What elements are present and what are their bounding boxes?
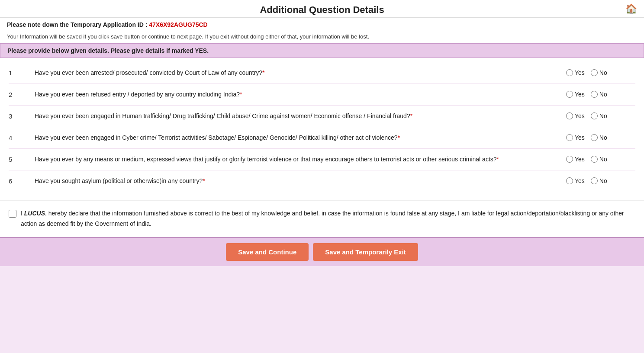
question-options-3: Yes No	[566, 112, 635, 119]
yes-label-6: Yes	[575, 177, 585, 184]
declaration-body: , hereby declare that the information fu…	[21, 210, 624, 227]
question-number-6: 6	[9, 176, 35, 185]
declaration-name: LUCUS	[24, 210, 45, 217]
no-radio-6[interactable]	[591, 177, 598, 184]
question-options-4: Yes No	[566, 133, 635, 141]
no-label-3: No	[599, 112, 607, 119]
question-options-2: Yes No	[566, 90, 635, 98]
no-radio-5[interactable]	[591, 156, 598, 163]
question-row-4: 4 Have you ever been engaged in Cyber cr…	[9, 127, 635, 149]
footer-buttons: Save and Continue Save and Temporarily E…	[0, 237, 644, 266]
yes-label-3: Yes	[575, 112, 585, 119]
temp-id-value: 47X6X92AGUG75CD	[149, 21, 207, 28]
save-continue-button[interactable]: Save and Continue	[226, 243, 309, 261]
question-number-5: 5	[9, 155, 35, 163]
no-option-6[interactable]: No	[591, 177, 607, 184]
yes-radio-6[interactable]	[566, 177, 573, 184]
no-option-3[interactable]: No	[591, 112, 607, 119]
no-option-1[interactable]: No	[591, 69, 607, 76]
declaration-text: I LUCUS, hereby declare that the informa…	[21, 209, 635, 229]
question-row-5: 5 Have you ever by any means or medium, …	[9, 149, 635, 170]
question-text-3: Have you ever been engaged in Human traf…	[35, 112, 566, 121]
yes-option-5[interactable]: Yes	[566, 156, 585, 163]
yes-radio-2[interactable]	[566, 91, 573, 98]
required-asterisk-4: *	[398, 134, 400, 141]
declaration-checkbox[interactable]	[9, 210, 16, 218]
required-asterisk-2: *	[240, 91, 242, 98]
yes-option-2[interactable]: Yes	[566, 91, 585, 98]
page-wrapper: Additional Question Details 🏠 Please not…	[0, 0, 644, 266]
yes-option-1[interactable]: Yes	[566, 69, 585, 76]
required-asterisk-5: *	[497, 156, 499, 163]
no-label-4: No	[599, 134, 607, 141]
yes-radio-3[interactable]	[566, 112, 573, 119]
no-option-2[interactable]: No	[591, 91, 607, 98]
no-label-5: No	[599, 156, 607, 163]
question-options-1: Yes No	[566, 68, 635, 76]
question-text-4: Have you ever been engaged in Cyber crim…	[35, 133, 566, 142]
question-options-6: Yes No	[566, 176, 635, 184]
no-radio-4[interactable]	[591, 134, 598, 141]
yes-radio-1[interactable]	[566, 69, 573, 76]
declaration-check-row: I LUCUS, hereby declare that the informa…	[9, 209, 635, 229]
home-icon[interactable]: 🏠	[625, 3, 637, 15]
yes-label-2: Yes	[575, 91, 585, 98]
question-number-4: 4	[9, 133, 35, 141]
main-content: Please note down the Temporary Applicati…	[0, 18, 644, 237]
question-options-5: Yes No	[566, 155, 635, 163]
yes-option-6[interactable]: Yes	[566, 177, 585, 184]
temp-id-label: Please note down the Temporary Applicati…	[7, 21, 149, 28]
yes-label-5: Yes	[575, 156, 585, 163]
required-asterisk-6: *	[203, 177, 205, 184]
no-radio-3[interactable]	[591, 112, 598, 119]
yes-label-1: Yes	[575, 69, 585, 76]
questions-section: 1 Have you ever been arrested/ prosecute…	[0, 58, 644, 200]
info-text: Your Information will be saved if you cl…	[0, 32, 644, 43]
yes-label-4: Yes	[575, 134, 585, 141]
no-option-4[interactable]: No	[591, 134, 607, 141]
question-text-2: Have you ever been refused entry / depor…	[35, 90, 566, 99]
no-label-2: No	[599, 91, 607, 98]
question-number-3: 3	[9, 112, 35, 120]
question-row-2: 2 Have you ever been refused entry / dep…	[9, 84, 635, 106]
yes-radio-5[interactable]	[566, 156, 573, 163]
page-title-section: Additional Question Details 🏠	[0, 0, 644, 18]
temp-id-bar: Please note down the Temporary Applicati…	[0, 18, 644, 32]
required-asterisk-1: *	[262, 69, 264, 76]
no-radio-1[interactable]	[591, 69, 598, 76]
question-text-1: Have you ever been arrested/ prosecuted/…	[35, 68, 566, 77]
question-row-3: 3 Have you ever been engaged in Human tr…	[9, 106, 635, 127]
yes-option-3[interactable]: Yes	[566, 112, 585, 119]
save-exit-button[interactable]: Save and Temporarily Exit	[313, 243, 418, 261]
declaration-section: I LUCUS, hereby declare that the informa…	[0, 200, 644, 237]
yes-radio-4[interactable]	[566, 134, 573, 141]
required-asterisk-3: *	[410, 112, 412, 119]
yes-option-4[interactable]: Yes	[566, 134, 585, 141]
question-row-6: 6 Have you sought asylum (political or o…	[9, 170, 635, 192]
declaration-prefix: I	[21, 210, 24, 217]
no-option-5[interactable]: No	[591, 156, 607, 163]
instructions-bar: Please provide below given details. Plea…	[0, 43, 644, 58]
no-label-1: No	[599, 69, 607, 76]
question-row-1: 1 Have you ever been arrested/ prosecute…	[9, 62, 635, 84]
question-text-6: Have you sought asylum (political or oth…	[35, 176, 566, 186]
question-number-2: 2	[9, 90, 35, 98]
page-title: Additional Question Details	[0, 4, 644, 16]
no-radio-2[interactable]	[591, 91, 598, 98]
question-number-1: 1	[9, 68, 35, 77]
question-text-5: Have you ever by any means or medium, ex…	[35, 155, 566, 164]
no-label-6: No	[599, 177, 607, 184]
